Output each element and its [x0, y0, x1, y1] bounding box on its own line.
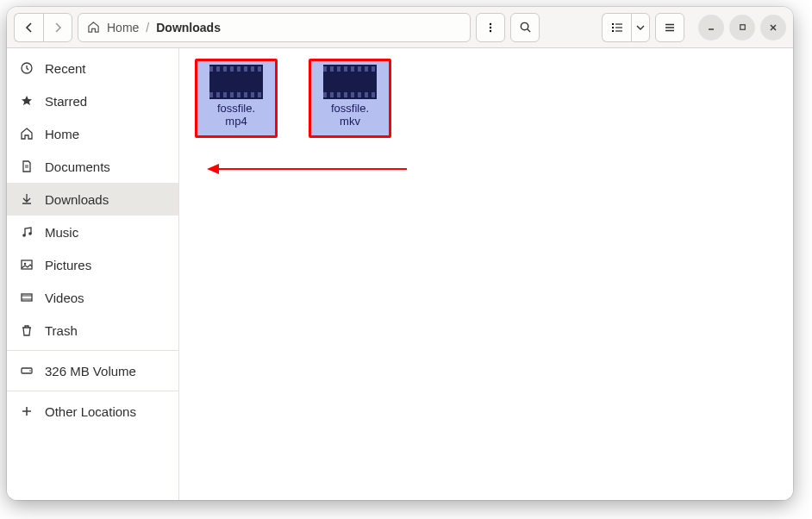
sidebar-item-starred[interactable]: Starred: [7, 84, 178, 117]
close-icon: [768, 22, 778, 33]
svg-point-2: [490, 29, 491, 31]
sidebar-item-videos[interactable]: Videos: [7, 281, 178, 314]
plus-icon: [19, 403, 34, 419]
svg-point-1: [490, 26, 491, 28]
downloads-icon: [19, 191, 34, 207]
home-icon: [87, 21, 100, 34]
documents-icon: [19, 159, 34, 174]
hamburger-icon: [664, 22, 676, 34]
hamburger-menu-button[interactable]: [655, 13, 684, 42]
path-current[interactable]: Downloads: [156, 21, 221, 34]
path-separator: /: [146, 21, 149, 34]
path-home[interactable]: Home: [107, 21, 139, 34]
sidebar-item-label: Starred: [45, 94, 87, 109]
svg-rect-8: [615, 27, 622, 28]
file-manager-window: Home / Downloads: [7, 7, 793, 500]
sidebar-item-label: Home: [45, 127, 79, 141]
music-icon: [19, 224, 34, 240]
svg-rect-7: [612, 27, 614, 28]
sidebar-divider: [7, 391, 178, 391]
sidebar-item-pictures[interactable]: Pictures: [7, 248, 178, 281]
video-file-icon: [323, 65, 377, 99]
content-area[interactable]: fossfile. mp4 fossfile. mkv: [179, 48, 793, 500]
kebab-icon: [484, 22, 497, 34]
sidebar-item-trash[interactable]: Trash: [7, 314, 178, 347]
svg-point-22: [28, 232, 32, 235]
back-button[interactable]: [14, 13, 43, 42]
file-thumbnail-selected: fossfile. mkv: [309, 59, 391, 138]
recent-icon: [19, 60, 34, 76]
svg-point-29: [29, 370, 31, 372]
window-body: Recent Starred Home Documents Downloads …: [7, 48, 793, 500]
sidebar-item-downloads[interactable]: Downloads: [7, 183, 178, 216]
sidebar-item-label: Documents: [45, 159, 110, 174]
svg-point-24: [24, 263, 26, 265]
chevron-down-icon: [636, 23, 645, 32]
sidebar-divider: [7, 350, 178, 351]
svg-rect-25: [22, 294, 32, 301]
file-item[interactable]: fossfile. mp4: [195, 59, 278, 138]
maximize-icon: [738, 22, 747, 32]
view-switch: [602, 13, 650, 42]
file-thumbnail-selected: fossfile. mp4: [195, 59, 278, 138]
sidebar-item-label: Trash: [45, 323, 78, 338]
search-icon: [519, 21, 532, 34]
sidebar-item-volume[interactable]: 326 MB Volume: [7, 354, 178, 387]
chevron-right-icon: [53, 22, 63, 33]
minimize-icon: [706, 22, 716, 33]
list-view-icon: [611, 22, 623, 34]
sidebar-item-label: Pictures: [45, 258, 91, 272]
pathbar[interactable]: Home / Downloads: [78, 13, 471, 42]
videos-icon: [19, 290, 34, 305]
sidebar-item-label: Videos: [45, 291, 84, 305]
svg-rect-9: [612, 30, 614, 32]
sidebar-item-documents[interactable]: Documents: [7, 150, 178, 183]
maximize-button[interactable]: [729, 15, 755, 41]
sidebar-item-label: Recent: [45, 61, 86, 76]
svg-point-21: [22, 234, 26, 237]
file-grid: fossfile. mp4 fossfile. mkv: [195, 59, 778, 138]
annotation-arrow: [207, 160, 407, 178]
file-name: fossfile. mkv: [328, 103, 372, 128]
sidebar-item-label: 326 MB Volume: [45, 364, 136, 378]
video-file-icon: [209, 65, 263, 99]
svg-line-4: [527, 29, 529, 32]
more-actions-button[interactable]: [476, 13, 505, 42]
svg-rect-5: [612, 23, 614, 25]
svg-rect-6: [615, 23, 622, 24]
view-icon-button[interactable]: [602, 13, 631, 42]
chevron-left-icon: [24, 22, 34, 33]
svg-point-0: [490, 22, 491, 24]
starred-icon: [19, 93, 34, 109]
minimize-button[interactable]: [698, 15, 724, 41]
svg-point-3: [521, 22, 528, 29]
nav-buttons: [14, 13, 72, 42]
svg-rect-10: [615, 30, 622, 31]
headerbar: Home / Downloads: [7, 7, 793, 48]
sidebar-item-other-locations[interactable]: Other Locations: [7, 395, 178, 428]
pictures-icon: [19, 257, 34, 272]
drive-icon: [19, 363, 34, 378]
sidebar-item-music[interactable]: Music: [7, 216, 178, 248]
sidebar-item-label: Music: [45, 225, 78, 240]
search-button[interactable]: [510, 13, 540, 42]
forward-button[interactable]: [43, 13, 72, 42]
view-dropdown-button[interactable]: [631, 13, 650, 42]
close-button[interactable]: [760, 15, 786, 41]
sidebar-item-home[interactable]: Home: [7, 117, 178, 150]
file-item[interactable]: fossfile. mkv: [309, 59, 391, 138]
svg-rect-15: [740, 25, 745, 30]
sidebar: Recent Starred Home Documents Downloads …: [7, 48, 179, 500]
sidebar-item-label: Downloads: [45, 192, 109, 207]
file-name: fossfile. mp4: [214, 103, 259, 128]
home-icon: [19, 126, 34, 141]
sidebar-item-recent[interactable]: Recent: [7, 52, 178, 84]
trash-icon: [19, 322, 34, 338]
sidebar-item-label: Other Locations: [45, 404, 136, 419]
